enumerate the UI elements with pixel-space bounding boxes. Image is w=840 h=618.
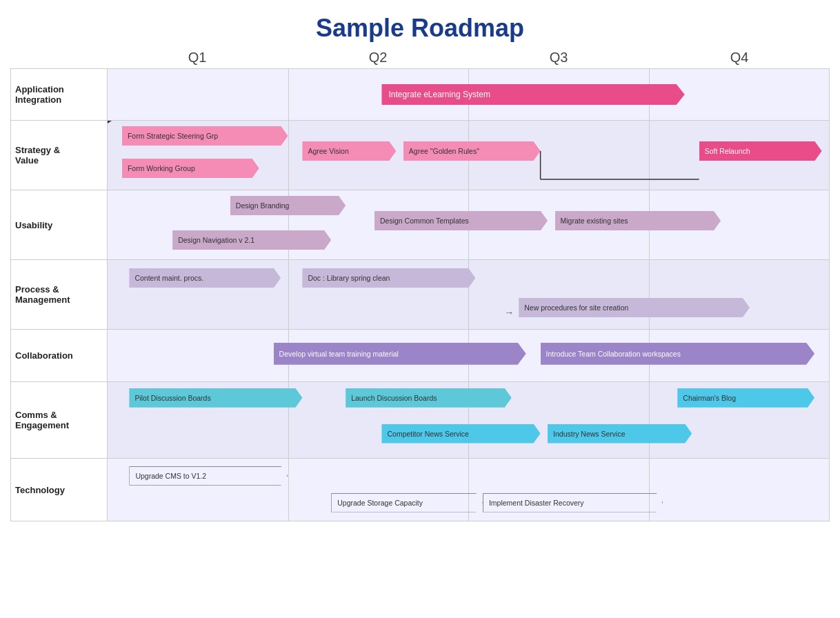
item-design-branding: Design Branding	[230, 196, 346, 215]
row-strategy-value: Strategy & Value Form Strategic Steering…	[11, 121, 829, 190]
process-arrow-indicator: →	[504, 307, 514, 318]
label-process-management: Process & Management	[11, 260, 108, 329]
row-collaboration: Collaboration Develop virtual team train…	[11, 330, 829, 382]
item-virtual-training: Develop virtual team training material	[274, 343, 526, 365]
item-team-collab: Introduce Team Collaboration workspaces	[541, 343, 814, 365]
roadmap-container: Q1 Q2 Q3 Q4 Application Integration	[10, 50, 830, 521]
item-agree-vision: Agree Vision	[302, 141, 396, 161]
item-design-common-templates: Design Common Templates	[374, 211, 548, 230]
item-industry-news: Industry News Service	[548, 424, 692, 443]
svg-marker-2	[108, 121, 112, 123]
content-app-integration: Integrate eLearning System	[108, 69, 829, 120]
content-technology: Upgrade CMS to V1.2 Upgrade Storage Capa…	[108, 459, 829, 521]
item-soft-relaunch: Soft Relaunch	[699, 141, 822, 161]
content-comms-engagement: Pilot Discussion Boards Launch Discussio…	[108, 382, 829, 458]
label-usability: Usability	[11, 190, 108, 259]
q3-header: Q3	[468, 50, 649, 66]
item-form-steering: Form Strategic Steering Grp	[122, 126, 288, 146]
item-chairmans-blog: Chairman's Blog	[677, 388, 814, 408]
item-upgrade-storage: Upgrade Storage Capacity	[331, 493, 483, 512]
content-process-management: Content maint. procs. Doc : Library spri…	[108, 260, 829, 329]
item-upgrade-cms: Upgrade CMS to V1.2	[129, 466, 288, 486]
item-pilot-discussion: Pilot Discussion Boards	[129, 388, 302, 408]
item-integrate-elearning: Integrate eLearning System	[381, 84, 684, 105]
page-title: Sample Roadmap	[10, 7, 830, 46]
item-form-working-group: Form Working Group	[122, 159, 259, 178]
row-usability: Usability Design Branding	[11, 190, 829, 260]
grid: Application Integration Integrate eLearn…	[10, 68, 830, 521]
item-new-procedures: New procedures for site creation	[519, 298, 750, 317]
label-app-integration: Application Integration	[11, 69, 108, 120]
row-comms-engagement: Comms & Engagement Pilot Discussion Boar…	[11, 382, 829, 459]
item-doc-library: Doc : Library spring clean	[302, 268, 475, 288]
q1-header: Q1	[107, 50, 288, 66]
item-launch-discussion: Launch Discussion Boards	[346, 388, 512, 408]
row-technology: Technology Upgrade CMS to V1.2	[11, 459, 829, 521]
content-strategy-value: Form Strategic Steering Grp Form Working…	[108, 121, 829, 190]
label-collaboration: Collaboration	[11, 330, 108, 381]
label-technology: Technology	[11, 459, 108, 521]
item-agree-golden-rules: Agree "Golden Rules"	[403, 141, 541, 161]
page: Sample Roadmap Q1 Q2 Q3 Q4 Application I…	[0, 0, 840, 618]
item-migrate-sites: Migrate existing sites	[555, 211, 721, 230]
q2-header: Q2	[288, 50, 468, 66]
content-collaboration: Develop virtual team training material I…	[108, 330, 829, 381]
label-strategy-value: Strategy & Value	[11, 121, 108, 190]
item-competitor-news: Competitor News Service	[381, 424, 540, 443]
row-process-management: Process & Management Content maint. proc…	[11, 260, 829, 330]
row-app-integration: Application Integration Integrate eLearn…	[11, 69, 829, 121]
item-integrate-elearning-body: Integrate eLearning System	[381, 84, 684, 105]
label-comms-engagement: Comms & Engagement	[11, 382, 108, 458]
item-disaster-recovery: Implement Disaster Recovery	[483, 493, 663, 512]
content-usability: Design Branding Design Navigation v 2.1	[108, 190, 829, 259]
roadmap-grid: Application Integration Integrate eLearn…	[10, 68, 830, 521]
item-content-maint: Content maint. procs.	[129, 268, 281, 288]
q4-header: Q4	[649, 50, 830, 66]
item-design-nav: Design Navigation v 2.1	[172, 230, 331, 250]
